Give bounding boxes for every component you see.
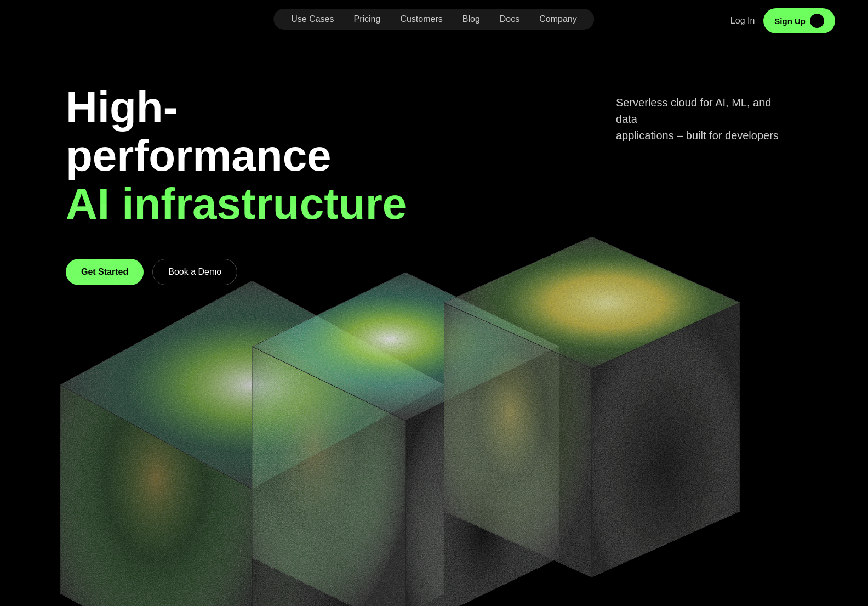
svg-marker-6: [444, 237, 740, 369]
hero-subtitle-line1: Serverless cloud for AI, ML, and data: [616, 97, 771, 125]
nav-link-company[interactable]: Company: [539, 14, 576, 24]
svg-marker-14: [252, 385, 444, 606]
svg-marker-3: [252, 273, 559, 421]
svg-marker-18: [252, 273, 559, 421]
svg-marker-1: [60, 385, 252, 606]
svg-marker-11: [252, 385, 444, 606]
svg-marker-21: [444, 237, 740, 369]
svg-marker-4: [252, 347, 406, 606]
nav-pill: Use Cases Pricing Customers Blog Docs Co…: [273, 9, 594, 30]
nav-link-pricing[interactable]: Pricing: [354, 14, 381, 24]
svg-marker-19: [252, 347, 406, 606]
svg-marker-8: [592, 303, 740, 577]
svg-marker-17: [406, 347, 559, 606]
hero-buttons: Get Started Book a Demo: [66, 259, 802, 285]
get-started-button[interactable]: Get Started: [66, 259, 144, 285]
hero-headline-line2: AI infrastructure: [66, 179, 407, 228]
cube3: [444, 237, 740, 577]
navbar: Use Cases Pricing Customers Blog Docs Co…: [0, 0, 868, 39]
svg-marker-20: [406, 347, 559, 606]
svg-marker-26: [592, 303, 740, 577]
signup-button[interactable]: Sign Up ↗: [763, 8, 835, 33]
signup-label: Sign Up: [774, 16, 806, 26]
svg-rect-27: [0, 177, 868, 606]
svg-marker-25: [444, 303, 592, 577]
nav-link-use-cases[interactable]: Use Cases: [291, 14, 334, 24]
hero-headline: High-performance AI infrastructure: [66, 83, 438, 228]
hero-section: High-performance AI infrastructure Serve…: [0, 39, 868, 588]
svg-marker-15: [252, 273, 559, 421]
svg-marker-23: [592, 303, 740, 577]
hero-headline-line1: High-performance: [66, 83, 332, 180]
nav-right: Log In Sign Up ↗: [730, 6, 835, 33]
svg-marker-24: [444, 237, 740, 369]
cube2: [252, 273, 559, 606]
cube1: [60, 281, 444, 606]
nav-link-customers[interactable]: Customers: [400, 14, 442, 24]
login-button[interactable]: Log In: [730, 16, 755, 26]
signup-arrow-icon: ↗: [810, 14, 824, 28]
svg-marker-9: [60, 281, 444, 489]
svg-marker-22: [444, 303, 592, 577]
svg-marker-13: [60, 385, 252, 606]
svg-marker-10: [60, 385, 252, 606]
svg-marker-16: [252, 347, 406, 606]
nav-link-blog[interactable]: Blog: [462, 14, 480, 24]
svg-marker-7: [444, 303, 592, 577]
book-demo-button[interactable]: Book a Demo: [152, 259, 237, 285]
svg-marker-0: [60, 281, 444, 489]
nav-link-docs[interactable]: Docs: [500, 14, 519, 24]
svg-marker-2: [252, 385, 444, 606]
svg-marker-5: [406, 347, 559, 606]
hero-subtitle: Serverless cloud for AI, ML, and data ap…: [616, 94, 780, 144]
hero-subtitle-line2: applications – built for developers: [616, 129, 779, 141]
svg-marker-12: [60, 281, 444, 489]
